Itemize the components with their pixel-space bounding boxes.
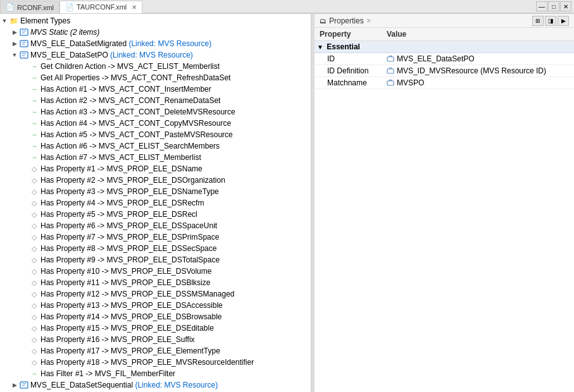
- diamond-icon: ◇: [29, 199, 39, 207]
- tree-item[interactable]: ◇Has Property #2 -> MVS_PROP_ELE_DSOrgan…: [0, 175, 311, 186]
- tree-item-label: MVS Static (2 items): [30, 28, 99, 37]
- tree-item[interactable]: ◇Has Property #5 -> MVS_PROP_ELE_DSRecl: [0, 209, 311, 220]
- arrow-icon: →: [29, 107, 39, 116]
- tree-item-label: Has Property #14 -> MVS_PROP_ELE_DSBrows…: [41, 312, 221, 321]
- tree-item[interactable]: →Has Action #5 -> MVS_ACT_CONT_PasteMVSR…: [0, 129, 311, 140]
- tree-item[interactable]: ◇Has Property #12 -> MVS_PROP_ELE_DSSMSM…: [0, 288, 311, 300]
- col-property: Property: [315, 28, 382, 40]
- tree-expander[interactable]: ▶: [10, 381, 19, 389]
- tree-item[interactable]: ▶ MVS_ELE_DataSetMigrated (Linked: MVS R…: [0, 38, 311, 49]
- tree-item[interactable]: →Has Action #3 -> MVS_ACT_CONT_DeleteMVS…: [0, 106, 311, 118]
- svg-rect-0: [20, 29, 28, 35]
- diamond-icon: ◇: [29, 176, 39, 185]
- tree-item[interactable]: ◇Has Property #4 -> MVS_PROP_ELE_DSRecfm: [0, 197, 311, 209]
- tree-item-label: Has Property #2 -> MVS_PROP_ELE_DSOrgani…: [41, 176, 225, 185]
- tree-item[interactable]: ◇Has Property #18 -> MVS_PROP_ELE_MVSRes…: [0, 357, 311, 368]
- tree-item[interactable]: →Has Action #2 -> MVS_ACT_CONT_RenameDat…: [0, 95, 311, 106]
- tree-item-label: Has Property #1 -> MVS_PROP_ELE_DSName: [41, 164, 203, 173]
- tab-taurconf-close[interactable]: ✕: [132, 4, 137, 11]
- tree-item[interactable]: →Has Action #6 -> MVS_ACT_ELIST_SearchMe…: [0, 140, 311, 152]
- tree-item[interactable]: ◇Has Property #11 -> MVS_PROP_ELE_DSBlks…: [0, 277, 311, 288]
- tree-item[interactable]: →Get Children Action -> MVS_ACT_ELIST_Me…: [0, 61, 311, 72]
- tree-item[interactable]: ◇Has Property #16 -> MVS_PROP_ELE_Suffix: [0, 334, 311, 345]
- tree-item[interactable]: →Has Filter #1 -> MVS_FIL_MemberFilter: [0, 368, 311, 379]
- diamond-icon: ◇: [29, 324, 39, 333]
- tree-item[interactable]: →Has Action #1 -> MVS_ACT_CONT_InsertMem…: [0, 83, 311, 95]
- tree-item[interactable]: →Has Action #7 -> MVS_ACT_ELIST_Memberli…: [0, 152, 311, 163]
- tab-rconf-label: RCONF.xml: [17, 4, 54, 11]
- svg-rect-16: [387, 69, 394, 73]
- tree-item[interactable]: ◇Has Property #7 -> MVS_PROP_ELE_DSPrimS…: [0, 231, 311, 243]
- tree-item[interactable]: →Has Action #4 -> MVS_ACT_CONT_CopyMVSRe…: [0, 118, 311, 129]
- tree-item-label: Element Types: [20, 16, 70, 25]
- tree-item-label: Has Filter #1 -> MVS_FIL_MemberFilter: [41, 369, 175, 378]
- col-value: Value: [382, 28, 574, 40]
- tree-item-label: Has Property #17 -> MVS_PROP_ELE_Element…: [41, 346, 220, 355]
- tree-item-linked: (Linked: MVS Resource): [135, 381, 218, 389]
- tree-item-label: Has Property #16 -> MVS_PROP_ELE_Suffix: [41, 335, 195, 344]
- tree-item[interactable]: ◇Has Property #6 -> MVS_PROP_ELE_DSSpace…: [0, 220, 311, 231]
- tree-expander[interactable]: ▶: [10, 28, 19, 37]
- prop-row: ID Definition MVS_ID_MVSResource (MVS Re…: [315, 64, 574, 77]
- prop-value-text: MVS_ELE_DataSetPO: [397, 54, 475, 63]
- prop-section-row[interactable]: ▼ Essential: [315, 40, 574, 52]
- diamond-icon: ◇: [29, 221, 39, 230]
- tree-item[interactable]: ◇Has Property #3 -> MVS_PROP_ELE_DSNameT…: [0, 186, 311, 197]
- tree-expander[interactable]: ▶: [10, 39, 19, 48]
- prop-toolbar-btn1[interactable]: ⊞: [532, 16, 544, 26]
- tree-item[interactable]: ▶ MVS_ELE_DataSetSequential (Linked: MVS…: [0, 379, 311, 391]
- tree-item[interactable]: ◇Has Property #8 -> MVS_PROP_ELE_DSSecSp…: [0, 243, 311, 254]
- prop-toolbar-btn3[interactable]: ▶: [558, 16, 569, 26]
- diamond-icon: ◇: [29, 346, 39, 355]
- minimize-button[interactable]: —: [536, 1, 547, 11]
- prop-name: ID Definition: [315, 64, 382, 77]
- tree-item-label: Has Property #6 -> MVS_PROP_ELE_DSSpaceU…: [41, 221, 217, 230]
- maximize-button[interactable]: ✕: [560, 1, 571, 11]
- tree-item-label: Has Property #12 -> MVS_PROP_ELE_DSSMSMa…: [41, 290, 234, 298]
- properties-table: Property Value ▼ Essential ID MVS_ELE_Da…: [315, 28, 574, 392]
- tree-item[interactable]: →Get All Properties -> MVS_ACT_CONT_Refr…: [0, 72, 311, 83]
- tab-taurconf[interactable]: 📄 TAURCONF.xml ✕: [59, 1, 142, 13]
- prop-row: Matchname MVSPO: [315, 77, 574, 89]
- tree-item[interactable]: ◇Has Property #10 -> MVS_PROP_ELE_DSVolu…: [0, 266, 311, 277]
- tree-item[interactable]: ◇Has Property #17 -> MVS_PROP_ELE_Elemen…: [0, 345, 311, 357]
- tree-item[interactable]: ◇Has Property #15 -> MVS_PROP_ELE_DSEdit…: [0, 322, 311, 334]
- tree-expander[interactable]: ▼: [10, 51, 19, 59]
- element-icon: [19, 381, 29, 389]
- svg-rect-9: [20, 382, 28, 388]
- prop-value: MVS_ID_MVSResource (MVS Resource ID): [387, 66, 569, 75]
- tree-item[interactable]: ▶ MVS Static (2 items): [0, 27, 311, 38]
- tree-item-label: Has Property #8 -> MVS_PROP_ELE_DSSecSpa…: [41, 244, 216, 253]
- element-icon: [19, 39, 29, 48]
- tree-expander[interactable]: ▼: [0, 16, 9, 25]
- tree-item-label: Has Property #11 -> MVS_PROP_ELE_DSBlksi…: [41, 278, 210, 287]
- restore-button[interactable]: □: [548, 1, 559, 11]
- diamond-icon: ◇: [29, 233, 39, 242]
- tree-item-label: Has Property #18 -> MVS_PROP_ELE_MVSReso…: [41, 358, 254, 367]
- diamond-icon: ◇: [29, 312, 39, 321]
- arrow-icon: →: [29, 85, 39, 94]
- tree-item[interactable]: ◇Has Property #1 -> MVS_PROP_ELE_DSName: [0, 163, 311, 175]
- diamond-icon: ◇: [29, 210, 39, 219]
- tree-item[interactable]: ▼ MVS_ELE_DataSetPO (Linked: MVS Resourc…: [0, 49, 311, 61]
- properties-toolbar: ⊞ ◨ ▶: [532, 16, 569, 26]
- right-panel: 🗂 Properties ✕ ⊞ ◨ ▶ Property Value: [315, 14, 574, 392]
- tree-item[interactable]: ◇Has Property #13 -> MVS_PROP_ELE_DSAcce…: [0, 300, 311, 311]
- tree-item-label: MVS_ELE_DataSetMigrated (Linked: MVS Res…: [30, 39, 211, 48]
- tree-item-label: Has Property #10 -> MVS_PROP_ELE_DSVolum…: [41, 267, 211, 276]
- tree-item[interactable]: ◇Has Property #9 -> MVS_PROP_ELE_DSTotal…: [0, 254, 311, 266]
- properties-view-indicator: ✕: [366, 18, 371, 24]
- prop-toolbar-btn2[interactable]: ◨: [545, 16, 556, 26]
- tab-rconf[interactable]: 📄 RCONF.xml: [0, 1, 59, 13]
- diamond-icon: ◇: [29, 164, 39, 173]
- section-expander[interactable]: ▼: [317, 44, 323, 51]
- svg-rect-6: [20, 52, 28, 58]
- tree-item[interactable]: ▼📁Element Types: [0, 15, 311, 27]
- tree-container[interactable]: ▼📁Element Types▶ MVS Static (2 items)▶ M…: [0, 14, 311, 392]
- diamond-icon: ◇: [29, 187, 39, 196]
- tree-item-label: Has Property #15 -> MVS_PROP_ELE_DSEdita…: [41, 324, 214, 333]
- arrow-icon: →: [29, 142, 39, 150]
- tree-item[interactable]: ◇Has Property #14 -> MVS_PROP_ELE_DSBrow…: [0, 311, 311, 322]
- tree-item-label: Has Property #13 -> MVS_PROP_ELE_DSAcces…: [41, 301, 223, 310]
- prop-row: ID MVS_ELE_DataSetPO: [315, 52, 574, 64]
